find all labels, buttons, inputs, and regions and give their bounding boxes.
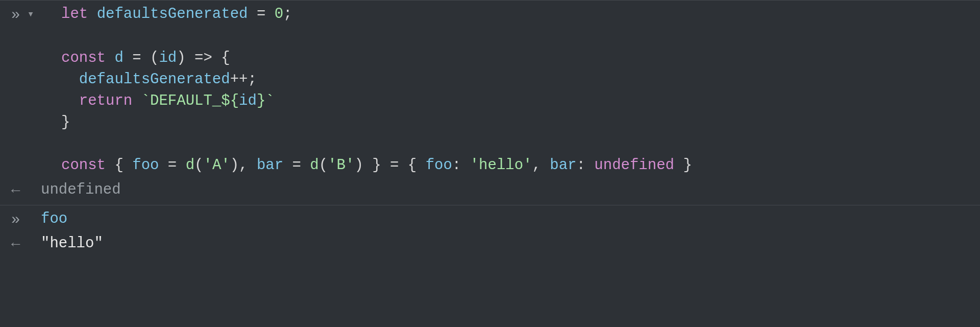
console-entry: » ▾ let defaultsGenerated = 0; const d =… (0, 0, 980, 205)
keyword-undefined: undefined (594, 157, 674, 174)
keyword-let: let (61, 6, 88, 22)
input-prompt-icon: » (11, 5, 20, 26)
identifier: defaultsGenerated (97, 6, 248, 22)
collapse-toggle-icon[interactable]: ▾ (27, 5, 34, 23)
console-output: "hello" (41, 233, 980, 254)
identifier: defaultsGenerated (79, 71, 230, 88)
console-panel: » ▾ let defaultsGenerated = 0; const d =… (0, 0, 980, 327)
output-arrow-icon: ← (11, 234, 20, 255)
console-output: undefined (41, 179, 980, 201)
string-literal: DEFAULT_ (150, 92, 221, 109)
identifier: foo (41, 211, 67, 227)
output-arrow-icon: ← (11, 180, 20, 202)
number-literal: 0 (275, 6, 283, 22)
code-input[interactable]: let defaultsGenerated = 0; (41, 4, 980, 25)
input-prompt-icon: » (11, 209, 20, 231)
keyword-return: return (79, 92, 132, 109)
console-entry: » foo ← "hello" (0, 205, 980, 259)
string-literal: 'A' (203, 157, 230, 174)
keyword-const: const (61, 50, 106, 66)
identifier: d (114, 50, 123, 66)
code-input[interactable]: foo (41, 208, 980, 230)
